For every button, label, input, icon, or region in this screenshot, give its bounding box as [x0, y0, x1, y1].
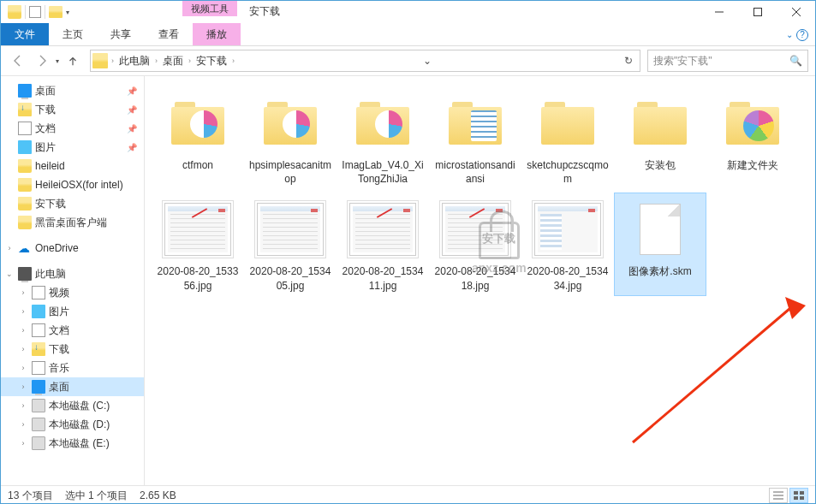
help-icon[interactable]: ? [796, 29, 808, 41]
tree-item[interactable]: ›视频 [1, 283, 144, 302]
tree-item[interactable]: ›本地磁盘 (E:) [1, 434, 144, 453]
maximize-button[interactable] [738, 1, 777, 23]
breadcrumb-dropdown-icon[interactable]: ⌄ [418, 55, 437, 67]
tree-item[interactable]: ›文档 [1, 321, 144, 340]
breadcrumb[interactable]: › 此电脑 › 桌面 › 安下载 › ⌄ ↻ [90, 50, 640, 72]
search-input[interactable]: 搜索"安下载" 🔍 [647, 50, 808, 72]
folder-item[interactable]: hpsimplesacanitmop [244, 86, 337, 189]
item-label: 2020-08-20_153356.jpg [155, 264, 241, 292]
search-icon[interactable]: 🔍 [789, 55, 802, 67]
qat-properties-icon[interactable] [29, 6, 41, 18]
collapse-icon[interactable]: ⌄ [4, 270, 15, 278]
expand-icon[interactable]: › [18, 326, 28, 335]
image-item[interactable]: 2020-08-20_153405.jpg [244, 193, 337, 295]
video-icon [32, 286, 45, 299]
close-button[interactable] [777, 1, 815, 23]
image-item[interactable]: 2020-08-20_153411.jpg [337, 193, 429, 295]
tree-item[interactable]: 图片📌 [1, 138, 144, 157]
folder-icon [18, 178, 32, 192]
image-thumbnail [257, 203, 324, 256]
navigation-pane[interactable]: 桌面📌下载📌文档📌图片📌heileidHeileiOSX(for intel)安… [1, 76, 145, 485]
folder-icon [18, 216, 32, 229]
desktop-icon [32, 380, 45, 394]
expand-icon[interactable]: › [18, 382, 28, 391]
quick-access-toolbar: ▾ [1, 5, 69, 19]
image-item[interactable]: 2020-08-20_153418.jpg [429, 193, 521, 295]
tree-item[interactable]: ›桌面 [1, 377, 144, 396]
pin-icon: 📌 [127, 124, 137, 133]
tree-item[interactable]: HeileiOSX(for intel) [1, 175, 144, 194]
qat-newfolder-icon[interactable] [49, 6, 63, 18]
image-item[interactable]: 2020-08-20_153434.jpg [521, 193, 614, 295]
tab-view[interactable]: 查看 [145, 23, 193, 45]
history-dropdown-icon[interactable]: ▾ [56, 57, 59, 65]
status-selection: 选中 1 个项目 [65, 489, 128, 503]
breadcrumb-part[interactable]: 桌面 [159, 54, 187, 68]
image-thumbnail [534, 203, 601, 256]
onedrive-icon: ☁ [18, 241, 32, 255]
folder-icon [541, 102, 594, 145]
view-details-button[interactable] [769, 488, 788, 503]
tree-item[interactable]: 黑雷桌面客户端 [1, 213, 144, 232]
tree-item[interactable]: 安下载 [1, 194, 144, 213]
app-icon[interactable] [8, 5, 21, 19]
status-size: 2.65 KB [140, 489, 176, 501]
tree-item[interactable]: ›下载 [1, 340, 144, 359]
content-area[interactable]: ctfmonhpsimplesacanitmopImagLab_V4.0_XiT… [145, 76, 815, 485]
expand-icon[interactable]: › [18, 420, 28, 429]
folder-item[interactable]: 新建文件夹 [706, 86, 799, 189]
ribbon-expand-icon[interactable]: ⌄ [786, 30, 793, 39]
breadcrumb-part[interactable]: 安下载 [193, 54, 230, 68]
expand-icon[interactable]: › [18, 307, 28, 316]
expand-icon[interactable]: › [18, 288, 28, 297]
file-icon [640, 204, 681, 255]
folder-item[interactable]: 安装包 [614, 86, 706, 189]
folder-item[interactable]: ctfmon [152, 86, 244, 189]
pin-icon: 📌 [127, 143, 137, 152]
refresh-icon[interactable]: ↻ [619, 55, 638, 67]
breadcrumb-part[interactable]: 此电脑 [116, 54, 153, 68]
tab-share[interactable]: 共享 [97, 23, 145, 45]
file-item[interactable]: 图像素材.skm [614, 193, 706, 295]
tree-item[interactable]: 下载📌 [1, 100, 144, 119]
tree-item[interactable]: ›本地磁盘 (C:) [1, 396, 144, 415]
chevron-right-icon[interactable]: › [155, 56, 158, 65]
chevron-right-icon[interactable]: › [188, 56, 191, 65]
drive-icon [32, 399, 45, 412]
tab-file[interactable]: 文件 [1, 23, 49, 45]
image-thumbnail [349, 203, 416, 256]
chevron-right-icon[interactable]: › [111, 56, 114, 65]
tree-item-this-pc[interactable]: ⌄ 此电脑 [1, 264, 144, 283]
expand-icon[interactable]: › [18, 439, 28, 448]
expand-icon[interactable]: › [4, 244, 15, 252]
folder-item[interactable]: microstationsandiansi [429, 86, 521, 189]
expand-icon[interactable]: › [18, 401, 28, 410]
svg-rect-0 [753, 9, 761, 16]
tab-home[interactable]: 主页 [49, 23, 97, 45]
folder-item[interactable]: ImagLab_V4.0_XiTongZhiJia [337, 86, 429, 189]
tree-item[interactable]: ›音乐 [1, 359, 144, 377]
view-large-icons-button[interactable] [789, 488, 808, 503]
image-item[interactable]: 2020-08-20_153356.jpg [152, 193, 244, 295]
tree-item[interactable]: 文档📌 [1, 119, 144, 138]
chevron-right-icon[interactable]: › [232, 56, 235, 65]
back-button[interactable] [8, 50, 28, 71]
tab-play[interactable]: 播放 [193, 23, 241, 45]
item-label: sketchupczscqmom [525, 158, 611, 186]
expand-icon[interactable]: › [18, 345, 28, 353]
qat-dropdown-icon[interactable]: ▾ [66, 9, 69, 16]
tree-item[interactable]: heileid [1, 157, 144, 175]
forward-button[interactable] [32, 50, 52, 71]
tree-item[interactable]: ›图片 [1, 302, 144, 321]
tree-item[interactable]: ›本地磁盘 (D:) [1, 415, 144, 434]
folder-icon [171, 102, 224, 145]
tree-item-onedrive[interactable]: › ☁ OneDrive [1, 239, 144, 258]
expand-icon[interactable]: › [18, 364, 28, 372]
item-label: 新建文件夹 [727, 158, 778, 172]
tree-item[interactable]: 桌面📌 [1, 81, 144, 100]
svg-rect-3 [800, 491, 804, 495]
item-label: microstationsandiansi [432, 158, 518, 186]
minimize-button[interactable] [700, 1, 738, 23]
up-button[interactable] [63, 50, 83, 71]
folder-item[interactable]: sketchupczscqmom [521, 86, 614, 189]
